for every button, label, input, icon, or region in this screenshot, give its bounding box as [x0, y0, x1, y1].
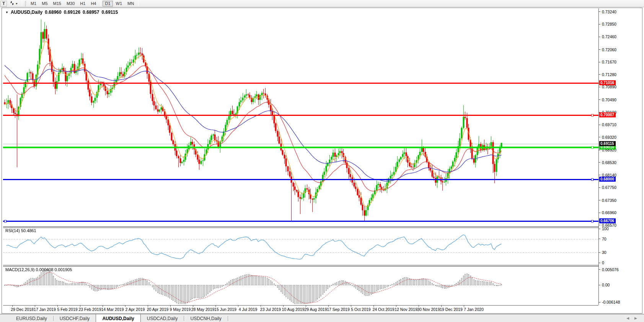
macd-axis-tick [599, 269, 600, 270]
price-axis-tick [599, 62, 600, 62]
date-axis-label: 24 Oct 2019 [372, 307, 394, 312]
price-axis-label: 0.72850 [602, 22, 616, 26]
date-axis-tick [328, 306, 329, 307]
date-axis-label: 29 Dec 2018 [11, 307, 34, 312]
ohlc-open: 0.68960 [45, 10, 61, 15]
timeframe-button-mn[interactable]: MN [125, 1, 136, 7]
scroll-tabs-right-icon[interactable]: ▶ [634, 316, 637, 320]
date-axis-label: 4 Jul 2019 [239, 307, 257, 312]
price-axis-label: 0.69710 [602, 122, 616, 127]
date-axis-label: 20 Apr 2019 [147, 307, 169, 312]
price-tag-0.71016: 0.71016 [599, 80, 616, 85]
scroll-tabs-left-icon[interactable]: ◀ [626, 316, 629, 320]
chart-window: ▼ AUDUSD,Daily 0.68960 0.69126 0.68957 0… [2, 8, 642, 314]
date-axis-tick [306, 306, 306, 307]
price-axis-label: 0.71670 [602, 60, 616, 64]
date-axis-label: 2 Apr 2019 [126, 307, 145, 312]
price-axis-tick [599, 200, 600, 200]
date-axis-tick [351, 306, 351, 307]
rsi-axis-label: 70 [602, 237, 607, 241]
date-axis-label: 29 Aug 2019 [305, 307, 327, 312]
price-axis-label: 0.70890 [602, 85, 616, 89]
price-axis-tick [599, 213, 600, 213]
macd-axis-label: -0.006148 [602, 300, 620, 304]
rsi-axis-tick [599, 252, 600, 253]
price-axis-tick [599, 125, 600, 125]
macd-axis-tick [599, 302, 600, 302]
date-axis-tick [238, 306, 238, 307]
date-axis-label: 19 Dec 2019 [440, 307, 463, 312]
price-axis-label: 0.67750 [602, 185, 616, 190]
price-axis-label: 0.72060 [602, 47, 616, 52]
date-axis-label: 17 Jan 2019 [34, 307, 56, 312]
ohlc-high: 0.69126 [64, 10, 80, 15]
chevron-down-icon: ▼ [15, 2, 18, 5]
date-axis-label: 7 Jan 2020 [464, 307, 484, 312]
chart-tab-usdchf[interactable]: USDCHF,Daily [54, 314, 96, 322]
price-axis-label: 0.73240 [602, 10, 616, 14]
text-tool-button[interactable]: T [0, 1, 7, 7]
timeframe-button-h1[interactable]: H1 [78, 1, 88, 7]
date-axis-label: 23 Feb 2019 [79, 307, 101, 312]
timeframe-button-m1[interactable]: M1 [28, 1, 39, 7]
chart-symbol-period: AUDUSD,Daily [11, 10, 42, 15]
price-tag-0.69115: 0.69115 [599, 141, 616, 146]
tab-scroll-arrows: ◀ ▶ [626, 316, 637, 320]
price-axis-tick [599, 49, 600, 50]
chart-canvas[interactable] [3, 8, 598, 304]
date-axis-label: 14 Mar 2019 [101, 307, 124, 312]
price-axis-label: 0.72460 [602, 34, 616, 39]
timeframe-button-w1[interactable]: W1 [114, 1, 125, 7]
rsi-value: 50.4861 [21, 228, 36, 233]
date-axis-label: 15 Jun 2019 [214, 307, 236, 312]
rsi-name: RSI(14) [5, 228, 20, 233]
trading-terminal: T ▼ M1M5M15M30H1H4D1W1MN ▼ AUDUSD,Daily … [0, 0, 644, 322]
chart-tab-eurusd[interactable]: EURUSD,Daily [10, 314, 53, 322]
date-axis-label: 9 May 2019 [170, 307, 191, 312]
tab-separator [228, 316, 228, 321]
timeframe-button-m5[interactable]: M5 [39, 1, 50, 7]
date-axis-tick [12, 306, 13, 307]
chart-tab-bar: EURUSD,DailyUSDCHF,DailyAUDUSD,DailyUSDC… [0, 314, 644, 322]
timeframe-group: M1M5M15M30H1H4D1W1MN [28, 1, 137, 7]
arrows-icon [10, 1, 15, 6]
price-axis-tick [599, 11, 600, 12]
date-axis-label: 5 Feb 2019 [57, 307, 77, 312]
date-axis-tick [419, 306, 419, 307]
price-axis-tick [599, 37, 600, 37]
timeframe-button-m15[interactable]: M15 [51, 1, 64, 7]
date-axis-label: 28 May 2019 [191, 307, 215, 312]
price-axis-tick [599, 225, 600, 225]
price-axis-tick [599, 24, 600, 24]
ohlc-low: 0.68957 [83, 10, 99, 15]
date-axis-tick [35, 306, 35, 307]
date-axis: 29 Dec 201817 Jan 20195 Feb 201923 Feb 2… [3, 305, 598, 313]
one-click-arrow-icon[interactable]: ▼ [5, 11, 8, 14]
price-axis-label: 0.66960 [602, 210, 616, 215]
price-axis-label: 0.67350 [602, 198, 616, 203]
timeframe-button-h4[interactable]: H4 [88, 1, 98, 7]
toolbar-separator [22, 1, 22, 6]
date-axis-tick [148, 306, 148, 307]
rsi-axis-label: 30 [602, 250, 607, 255]
chart-tab-usdcnh[interactable]: USDCNH,Daily [184, 314, 227, 322]
timeframe-button-d1[interactable]: D1 [103, 1, 112, 7]
chart-tab-usdcad[interactable]: USDCAD,Daily [141, 314, 184, 322]
date-axis-label: 30 Nov 2019 [417, 307, 440, 312]
date-axis-tick [125, 306, 126, 307]
rsi-indicator-label: RSI(14) 50.4861 [5, 228, 36, 233]
timeframe-button-m30[interactable]: M30 [64, 1, 77, 7]
chart-title: ▼ AUDUSD,Daily 0.68960 0.69126 0.68957 0… [5, 10, 118, 15]
date-axis-label: 5 Oct 2019 [351, 307, 370, 312]
date-axis-label: 17 Sep 2019 [327, 307, 350, 312]
date-axis-label: 12 Nov 2019 [395, 307, 417, 312]
date-axis-tick [57, 306, 58, 307]
rsi-axis-tick [599, 239, 600, 239]
price-axis-tick [599, 187, 600, 188]
chart-layout-button[interactable]: ▼ [8, 1, 20, 7]
price-axis-tick [599, 99, 600, 100]
rsi-axis-tick [599, 229, 600, 229]
chart-tab-audusd[interactable]: AUDUSD,Daily [96, 314, 140, 322]
date-axis-tick [103, 306, 103, 307]
price-axis-label: 0.70490 [602, 98, 616, 102]
